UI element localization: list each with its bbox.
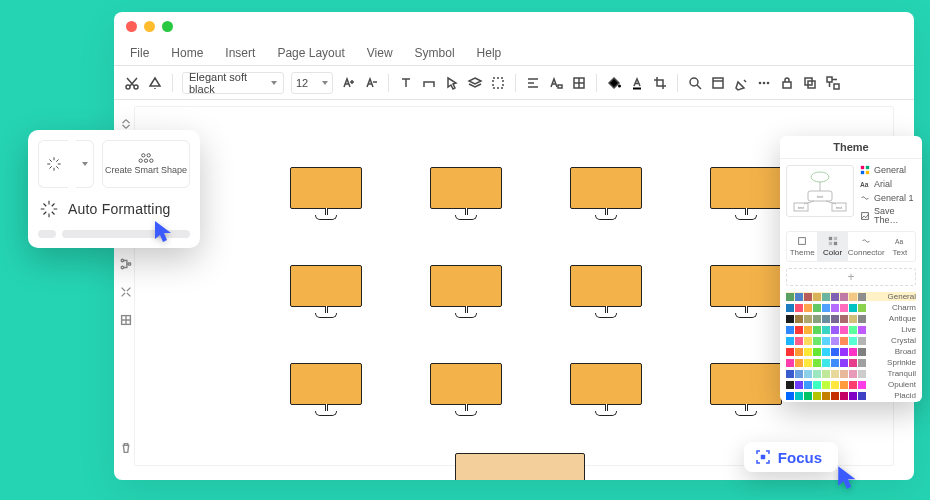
svg-point-28 (139, 159, 142, 162)
desk-shape[interactable] (710, 265, 782, 318)
spark-button[interactable] (38, 140, 68, 188)
palette-general[interactable]: General (786, 292, 916, 301)
add-palette-button[interactable]: + (786, 268, 916, 286)
svg-rect-46 (833, 237, 836, 240)
desk-shape[interactable] (290, 167, 362, 220)
palette-sprinkle[interactable]: Sprinkle (786, 358, 916, 367)
traffic-close[interactable] (126, 21, 137, 32)
rail-tree-icon[interactable] (118, 256, 134, 272)
palette-charm[interactable]: Charm (786, 303, 916, 312)
svg-text:text: text (817, 194, 824, 199)
desk-shape[interactable] (430, 167, 502, 220)
menu-symbol[interactable]: Symbol (415, 46, 455, 60)
desk-shape[interactable] (290, 363, 362, 416)
pen-icon[interactable] (733, 75, 749, 91)
text-tool-icon[interactable] (398, 75, 414, 91)
theme-preset-item[interactable]: AaArial (860, 179, 916, 189)
svg-rect-44 (799, 238, 806, 245)
group-icon[interactable] (825, 75, 841, 91)
fill-icon[interactable] (606, 75, 622, 91)
theme-tab-connector[interactable]: Connector (848, 232, 885, 261)
desk-shape[interactable] (290, 265, 362, 318)
pointer-icon[interactable] (444, 75, 460, 91)
palette-broad[interactable]: Broad (786, 347, 916, 356)
menu-view[interactable]: View (367, 46, 393, 60)
menu-bar: File Home Insert Page Layout View Symbol… (114, 40, 914, 66)
svg-point-7 (690, 78, 698, 86)
svg-rect-16 (834, 84, 839, 89)
appwin-icon[interactable] (710, 75, 726, 91)
svg-rect-48 (833, 242, 836, 245)
svg-rect-38 (861, 166, 864, 169)
create-smart-shape-button[interactable]: Create Smart Shape (102, 140, 190, 188)
theme-preset-item[interactable]: Save The… (860, 207, 916, 225)
traffic-zoom[interactable] (162, 21, 173, 32)
table-icon[interactable] (571, 75, 587, 91)
layers-icon[interactable] (467, 75, 483, 91)
connector-icon[interactable] (421, 75, 437, 91)
menu-home[interactable]: Home (171, 46, 203, 60)
theme-preset-item[interactable]: General 1 (860, 193, 916, 203)
font-name: Elegant soft black (189, 71, 271, 95)
desk-shape[interactable] (570, 167, 642, 220)
desk-shape[interactable] (710, 363, 782, 416)
theme-preset-item[interactable]: General (860, 165, 916, 175)
desk-shape[interactable] (430, 265, 502, 318)
text-color-icon[interactable] (629, 75, 645, 91)
theme-tab-text[interactable]: AaText (885, 232, 915, 261)
desk-shape[interactable] (430, 363, 502, 416)
copy-icon[interactable] (802, 75, 818, 91)
theme-tab-theme[interactable]: Theme (787, 232, 817, 261)
dotted-box-icon[interactable] (490, 75, 506, 91)
desk-shape[interactable] (570, 265, 642, 318)
spark-dropdown[interactable] (76, 140, 94, 188)
svg-rect-2 (493, 78, 503, 88)
paint-icon[interactable] (147, 75, 163, 91)
svg-rect-50 (761, 455, 766, 460)
desk-shape[interactable] (710, 167, 782, 220)
card-placeholder (38, 230, 190, 238)
crop-icon[interactable] (652, 75, 668, 91)
svg-rect-40 (861, 171, 864, 174)
rail-table-icon[interactable] (118, 312, 134, 328)
theme-preview[interactable]: texttexttext (786, 165, 854, 217)
palette-live[interactable]: Live (786, 325, 916, 334)
svg-point-11 (767, 81, 770, 84)
caption-icon[interactable] (548, 75, 564, 91)
desk-shape[interactable] (570, 363, 642, 416)
menu-file[interactable]: File (130, 46, 149, 60)
svg-point-9 (759, 81, 762, 84)
font-select[interactable]: Elegant soft black (182, 72, 284, 94)
palette-crystal[interactable]: Crystal (786, 336, 916, 345)
svg-point-10 (763, 81, 766, 84)
lock-icon[interactable] (779, 75, 795, 91)
teacher-desk-shape[interactable] (455, 453, 585, 480)
palette-tranquil[interactable]: Tranquil (786, 369, 916, 378)
rail-stretch-icon[interactable] (118, 284, 134, 300)
align-icon[interactable] (525, 75, 541, 91)
caret-down-icon (82, 162, 88, 166)
focus-button[interactable]: Focus (744, 442, 838, 472)
rail-trash-icon[interactable] (118, 440, 134, 456)
palette-placid[interactable]: Placid (786, 391, 916, 400)
theme-tabs: ThemeColorConnectorAaText (786, 231, 916, 262)
menu-insert[interactable]: Insert (225, 46, 255, 60)
svg-point-30 (150, 159, 153, 162)
font-size-select[interactable]: 12 (291, 72, 333, 94)
svg-point-22 (121, 259, 124, 262)
svg-rect-45 (828, 237, 831, 240)
cut-icon[interactable] (124, 75, 140, 91)
search-icon[interactable] (687, 75, 703, 91)
font-decrease-icon[interactable] (363, 75, 379, 91)
menu-page-layout[interactable]: Page Layout (277, 46, 344, 60)
font-increase-icon[interactable] (340, 75, 356, 91)
menu-help[interactable]: Help (477, 46, 502, 60)
palette-antique[interactable]: Antique (786, 314, 916, 323)
traffic-minimize[interactable] (144, 21, 155, 32)
settings-dots-icon[interactable] (756, 75, 772, 91)
svg-point-26 (142, 154, 145, 157)
palette-opulent[interactable]: Opulent (786, 380, 916, 389)
svg-rect-3 (558, 85, 562, 88)
auto-formatting-item[interactable]: Auto Formatting (38, 198, 190, 220)
theme-tab-color[interactable]: Color (817, 232, 847, 261)
